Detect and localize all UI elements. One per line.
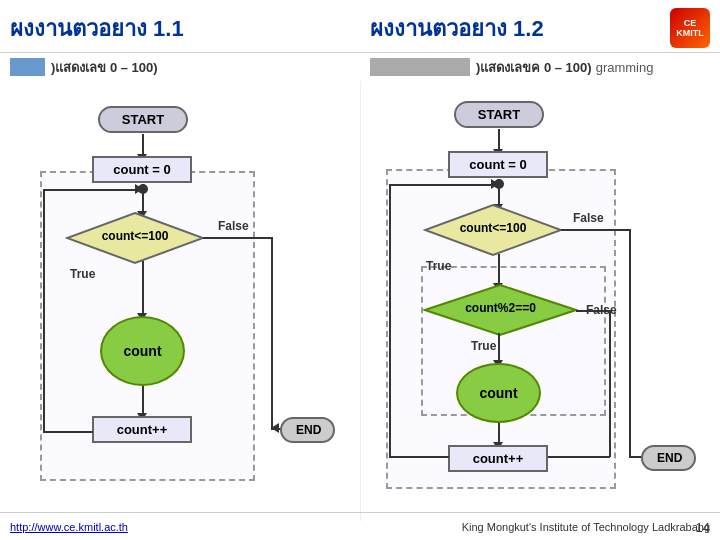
diamond-inner-left: count<=100 (65, 211, 205, 261)
init-shape-left: count = 0 (92, 156, 192, 183)
arrow-true1-down-right (498, 254, 500, 286)
end-shape-left: END (280, 417, 335, 443)
arrow-start-to-init-left (142, 134, 144, 156)
page-number: 14 (696, 520, 710, 535)
logo-icon: CEKMITL (670, 8, 710, 48)
start-shape-right: START (454, 101, 544, 128)
footer-institute: King Mongkut's Institute of Technology L… (462, 521, 710, 533)
bar-gray-right (370, 58, 470, 76)
arrowhead-loop-left (135, 184, 143, 194)
false-arrow-v-left (271, 237, 273, 429)
flowchart-left: START count = 0 count<=100 (0, 81, 360, 521)
end-shape-right: END (641, 445, 696, 471)
false2-h-right (576, 310, 611, 312)
arrowhead-loop-right (491, 179, 499, 189)
footer: http://www.ce.kmitl.ac.th King Mongkut's… (0, 512, 720, 540)
start-shape-left: START (98, 106, 188, 133)
diamond-label1-right: count<=100 (423, 221, 563, 235)
subheader-text-right: )แสดงเลขค 0 – 100) (476, 57, 592, 78)
flowchart-right: START count = 0 count<=100 (360, 81, 720, 521)
true-label2-right: True (471, 339, 496, 353)
diamond-inner1-right: count<=100 (423, 203, 563, 253)
diamond-label-left: count<=100 (65, 229, 205, 243)
fc-container-right: START count = 0 count<=100 (371, 91, 710, 511)
arrowhead-false-left (271, 423, 279, 433)
diamond-condition-left: count<=100 (65, 211, 205, 261)
false2-v-right (609, 310, 611, 457)
main-content: START count = 0 count<=100 (0, 81, 720, 521)
header-right: ผงงานตวอยาง 1.2 CEKMITL (350, 8, 710, 48)
gramming-text: gramming (596, 60, 654, 75)
arrow-true2-down-right (498, 333, 500, 363)
false1-v-right (629, 229, 631, 457)
footer-url: http://www.ce.kmitl.ac.th (10, 521, 128, 533)
subheader-text-left: )แสดงเลข 0 – 100) (51, 57, 158, 78)
false1-h-right (561, 229, 631, 231)
arrow-oval-to-inc-left (142, 386, 144, 416)
count-oval-left: count (100, 316, 185, 386)
inc-shape-left: count++ (92, 416, 192, 443)
arrow-true-down-left (142, 261, 144, 316)
subheader-left: )แสดงเลข 0 – 100) (0, 53, 360, 81)
loop-h1-left (43, 431, 93, 433)
bar-blue-left (10, 58, 45, 76)
loop-h1-right (389, 456, 449, 458)
header-left: ผงงานตวอยาง 1.1 (10, 11, 350, 46)
title1: ผงงานตวอยาง 1.1 (10, 16, 184, 41)
count-oval-right: count (456, 363, 541, 423)
diamond-inner2-right: count%2==0 (423, 283, 578, 333)
arrow-start-to-init-right (498, 129, 500, 151)
loop-v-right (389, 184, 391, 457)
subheader: )แสดงเลข 0 – 100) )แสดงเลขค 0 – 100) gra… (0, 53, 720, 81)
diamond-condition1-right: count<=100 (423, 203, 563, 253)
diamond-condition2-right: count%2==0 (423, 283, 578, 333)
loop-h2-left (43, 189, 140, 191)
init-shape-right: count = 0 (448, 151, 548, 178)
loop-h2-right (389, 184, 496, 186)
true-label1-right: True (426, 259, 451, 273)
false-arrow-h-left (203, 237, 273, 239)
subheader-right: )แสดงเลขค 0 – 100) gramming (360, 53, 720, 81)
inc-shape-right: count++ (448, 445, 548, 472)
diamond-label2-right: count%2==0 (423, 301, 578, 315)
false-label1-right: False (573, 211, 604, 225)
fc-container-left: START count = 0 count<=100 (10, 91, 350, 511)
title2: ผงงานตวอยาง 1.2 (370, 11, 544, 46)
header: ผงงานตวอยาง 1.1 ผงงานตวอยาง 1.2 CEKMITL (0, 0, 720, 53)
loop-v-left (43, 189, 45, 432)
true-label-left: True (70, 267, 95, 281)
false-label-left: False (218, 219, 249, 233)
false2-h2-right (548, 456, 610, 458)
